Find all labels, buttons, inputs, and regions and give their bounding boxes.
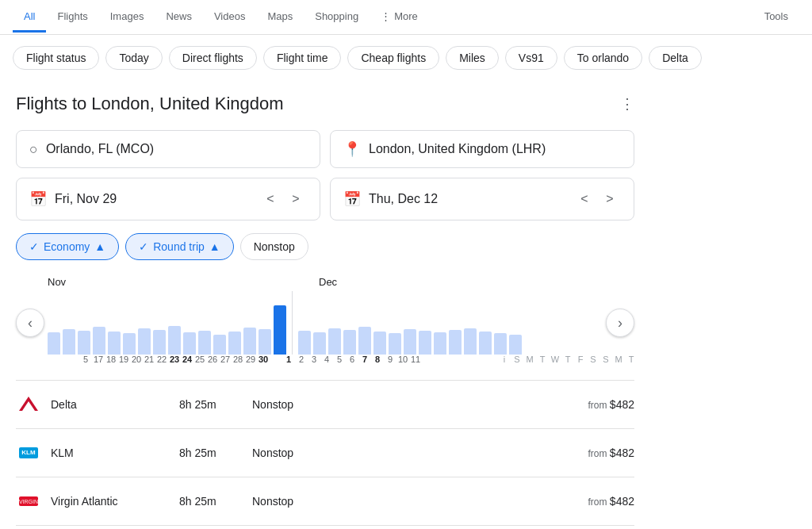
return-prev-button[interactable]: < <box>573 188 596 210</box>
pill-vs91[interactable]: Vs91 <box>505 46 557 70</box>
bar-column[interactable] <box>108 332 121 355</box>
nav-item-tools[interactable]: Tools <box>753 2 799 33</box>
date-cell: 27 <box>219 355 232 364</box>
bar-column[interactable] <box>153 330 166 355</box>
pill-flight-time[interactable]: Flight time <box>263 46 342 70</box>
bar-column[interactable] <box>373 332 386 355</box>
nav-item-shopping[interactable]: Shopping <box>304 2 370 33</box>
bar-column[interactable] <box>509 335 522 355</box>
bar-column[interactable] <box>48 332 60 355</box>
chart-prev-button[interactable]: ‹ <box>16 309 44 337</box>
bar-column[interactable] <box>78 331 90 355</box>
bar-column[interactable] <box>93 327 105 355</box>
bar-column[interactable] <box>274 305 286 355</box>
pill-direct-flights[interactable]: Direct flights <box>169 46 257 70</box>
bar[interactable] <box>228 332 241 355</box>
bar[interactable] <box>313 332 326 355</box>
bar-column[interactable] <box>404 329 416 355</box>
bar-column[interactable] <box>464 328 477 355</box>
bar-column[interactable] <box>168 326 181 355</box>
flight-row[interactable]: Delta 8h 25m Nonstop from $482 <box>16 380 634 428</box>
bar-column[interactable] <box>298 331 311 355</box>
bar-column[interactable] <box>259 329 271 355</box>
pill-today[interactable]: Today <box>105 46 162 70</box>
bar[interactable] <box>479 332 492 355</box>
bar[interactable] <box>373 332 386 355</box>
bar[interactable] <box>259 329 271 355</box>
bar[interactable] <box>464 328 477 355</box>
bar[interactable] <box>48 332 60 355</box>
bar-column[interactable] <box>328 328 341 355</box>
bar-column[interactable] <box>213 335 226 355</box>
bar[interactable] <box>153 330 166 355</box>
bar[interactable] <box>168 326 181 355</box>
nav-item-maps[interactable]: Maps <box>256 2 304 33</box>
bar[interactable] <box>123 333 136 355</box>
round-trip-filter-button[interactable]: ✓ Round trip ▲ <box>125 233 233 260</box>
bar[interactable] <box>389 333 401 355</box>
pill-to-orlando[interactable]: To orlando <box>564 46 642 70</box>
flight-row[interactable]: KLM KLM 8h 25m Nonstop from $482 <box>16 428 634 477</box>
bar[interactable] <box>343 330 356 355</box>
return-date-field[interactable]: 📅 Thu, Dec 12 < > <box>330 178 634 220</box>
bar[interactable] <box>358 327 371 355</box>
depart-prev-button[interactable]: < <box>259 188 282 210</box>
bar-column[interactable] <box>449 330 462 355</box>
bar[interactable] <box>138 328 151 355</box>
bar[interactable] <box>93 327 105 355</box>
bar[interactable] <box>63 329 75 355</box>
pill-cheap-flights[interactable]: Cheap flights <box>347 46 439 70</box>
destination-field[interactable]: 📍 London, United Kingdom (LHR) <box>330 130 634 168</box>
bar-column[interactable] <box>63 329 75 355</box>
bar-column[interactable] <box>434 332 446 355</box>
flight-row[interactable]: Multiple airlines 8h 25m Nonstop from $4… <box>16 525 634 529</box>
nav-item-news[interactable]: News <box>155 2 203 33</box>
flight-row[interactable]: VIRGIN Virgin Atlantic 8h 25m Nonstop fr… <box>16 477 634 525</box>
bar-column[interactable] <box>479 332 492 355</box>
bar-column[interactable] <box>358 327 371 355</box>
bar[interactable] <box>198 331 211 355</box>
nav-item-images[interactable]: Images <box>99 2 155 33</box>
bar-column[interactable] <box>313 332 326 355</box>
bar-column[interactable] <box>419 331 431 355</box>
bar-column[interactable] <box>389 333 401 355</box>
selected-bar[interactable] <box>274 305 286 355</box>
depart-next-button[interactable]: > <box>285 188 307 210</box>
more-options-icon[interactable]: ⋮ <box>620 95 634 113</box>
chart-next-button[interactable]: › <box>606 309 634 337</box>
date-cell: 24 <box>181 355 193 364</box>
bar-column[interactable] <box>228 332 241 355</box>
bar-column[interactable] <box>494 333 507 355</box>
bar[interactable] <box>404 329 416 355</box>
bar[interactable] <box>419 331 431 355</box>
bar[interactable] <box>213 335 226 355</box>
depart-date-field[interactable]: 📅 Fri, Nov 29 < > <box>16 178 320 220</box>
nonstop-filter-button[interactable]: Nonstop <box>240 233 308 260</box>
bar-column[interactable] <box>183 332 196 355</box>
nav-item-all[interactable]: All <box>13 2 46 33</box>
bar-column[interactable] <box>123 333 136 355</box>
bar-column[interactable] <box>198 331 211 355</box>
nav-item-videos[interactable]: Videos <box>203 2 257 33</box>
return-next-button[interactable]: > <box>599 188 621 210</box>
bar[interactable] <box>183 332 196 355</box>
origin-field[interactable]: ○ Orlando, FL (MCO) <box>16 130 320 168</box>
economy-filter-button[interactable]: ✓ Economy ▲ <box>16 233 119 260</box>
pill-delta[interactable]: Delta <box>649 46 702 70</box>
bar[interactable] <box>78 331 90 355</box>
bar[interactable] <box>509 335 522 355</box>
bar[interactable] <box>434 332 446 355</box>
bar-column[interactable] <box>343 330 356 355</box>
bar[interactable] <box>243 328 256 355</box>
bar[interactable] <box>494 333 507 355</box>
bar[interactable] <box>328 328 341 355</box>
bar-column[interactable] <box>138 328 151 355</box>
bar[interactable] <box>108 332 121 355</box>
bar[interactable] <box>449 330 462 355</box>
bar-column[interactable] <box>243 328 256 355</box>
pill-flight-status[interactable]: Flight status <box>13 46 99 70</box>
bar[interactable] <box>298 331 311 355</box>
nav-item-more[interactable]: ⋮ More <box>370 2 429 33</box>
pill-miles[interactable]: Miles <box>446 46 499 70</box>
nav-item-flights[interactable]: Flights <box>46 2 98 33</box>
